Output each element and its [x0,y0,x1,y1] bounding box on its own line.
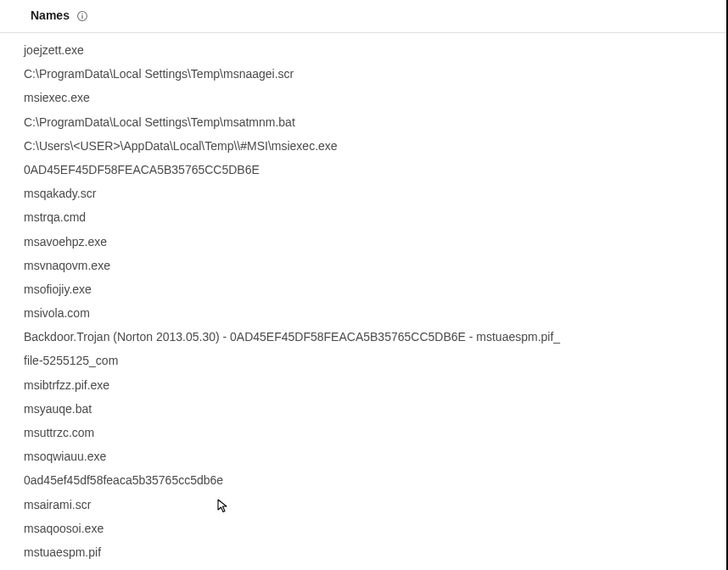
list-item[interactable]: msvnaqovm.exe [0,254,726,277]
list-item[interactable]: C:\Users\<USER>\AppData\Local\Temp\\#MSI… [0,134,726,158]
list-item[interactable]: msqakady.scr [0,182,726,205]
header-title: Names [31,8,70,22]
list-item[interactable]: C:\ProgramData\Local Settings\Temp\msnaa… [0,62,726,86]
list-item[interactable]: 0AD45EF45DF58FEACA5B35765CC5DB6E [0,158,726,182]
panel-header: Names [0,0,726,33]
list-item[interactable]: msivola.com [0,301,726,325]
list-item[interactable]: file-5255125_com [0,349,726,372]
list-item[interactable]: joejzett.exe [0,38,726,62]
list-item[interactable]: mstuaespm.pif [0,540,726,564]
list-item[interactable]: msyauqe.bat [0,397,726,421]
list-item[interactable]: 0ad45ef45df58feaca5b35765cc5db6e [0,468,726,492]
svg-point-2 [81,13,82,14]
list-item[interactable]: msuttrzc.com [0,421,726,444]
list-item[interactable]: msiexec.exe [0,86,726,109]
info-icon[interactable] [76,10,88,22]
list-item[interactable]: mstrqa.cmd [0,205,726,229]
list-item[interactable]: msoqwiauu.exe [0,444,726,468]
names-panel: Names joejzett.exe C:\ProgramData\Local … [0,0,728,570]
list-item[interactable]: msmlwxqv.scr1 [0,564,726,570]
list-item[interactable]: msofiojiy.exe [0,277,726,301]
list-item[interactable]: msibtrfzz.pif.exe [0,373,726,397]
list-item[interactable]: C:\ProgramData\Local Settings\Temp\msatm… [0,110,726,134]
list-item[interactable]: msairami.scr [0,493,726,517]
list-item[interactable]: Backdoor.Trojan (Norton 2013.05.30) - 0A… [0,325,726,349]
list-item[interactable]: msavoehpz.exe [0,230,726,254]
list-item[interactable]: msaqoosoi.exe [0,517,726,540]
names-list: joejzett.exe C:\ProgramData\Local Settin… [0,33,726,570]
